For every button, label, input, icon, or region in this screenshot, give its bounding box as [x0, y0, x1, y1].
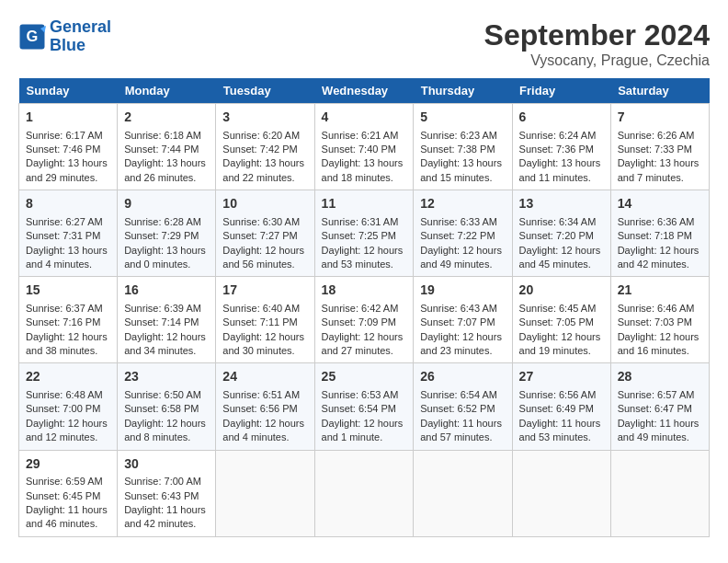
cell-info: and 1 minute.	[322, 431, 407, 444]
calendar-cell	[314, 450, 414, 536]
cell-info: Sunset: 7:25 PM	[322, 229, 407, 243]
cell-info: Daylight: 12 hours	[124, 417, 209, 431]
calendar-cell: 14Sunrise: 6:36 AMSunset: 7:18 PMDayligh…	[610, 190, 709, 277]
cell-info: Sunset: 7:42 PM	[222, 143, 307, 156]
calendar-cell: 24Sunrise: 6:51 AMSunset: 6:56 PMDayligh…	[216, 363, 314, 450]
cell-info: Daylight: 12 hours	[618, 330, 702, 344]
day-number: 11	[322, 195, 407, 213]
day-number: 3	[222, 109, 307, 127]
day-number: 30	[124, 455, 209, 474]
cell-info: Sunset: 6:49 PM	[519, 402, 604, 416]
cell-info: Sunset: 7:16 PM	[26, 316, 110, 329]
cell-info: Sunrise: 6:24 AM	[519, 129, 604, 143]
cell-info: Sunset: 7:22 PM	[420, 229, 505, 243]
cell-info: Sunrise: 6:57 AM	[618, 388, 702, 402]
cell-info: Daylight: 12 hours	[519, 330, 604, 344]
cell-info: Daylight: 12 hours	[222, 417, 307, 431]
cell-info: Sunset: 6:47 PM	[618, 402, 702, 416]
cell-info: and 45 minutes.	[519, 258, 604, 271]
cell-info: and 19 minutes.	[519, 344, 604, 358]
cell-info: Sunset: 7:29 PM	[124, 229, 209, 243]
calendar-cell: 13Sunrise: 6:34 AMSunset: 7:20 PMDayligh…	[512, 190, 610, 277]
cell-info: Sunrise: 6:18 AM	[124, 129, 209, 143]
calendar-cell: 28Sunrise: 6:57 AMSunset: 6:47 PMDayligh…	[610, 363, 709, 450]
cell-info: Sunset: 7:33 PM	[618, 143, 702, 156]
day-number: 12	[420, 195, 505, 213]
calendar-cell: 2Sunrise: 6:18 AMSunset: 7:44 PMDaylight…	[118, 104, 216, 190]
day-number: 10	[222, 195, 307, 213]
cell-info: Sunset: 6:58 PM	[124, 402, 209, 416]
cell-info: and 46 minutes.	[26, 517, 110, 531]
calendar-cell: 17Sunrise: 6:40 AMSunset: 7:11 PMDayligh…	[216, 277, 314, 363]
cell-info: Sunrise: 6:36 AM	[618, 215, 702, 229]
cell-info: Sunrise: 6:33 AM	[420, 215, 505, 229]
day-number: 24	[222, 368, 307, 386]
cell-info: Sunrise: 6:42 AM	[322, 302, 407, 316]
calendar-body: 1Sunrise: 6:17 AMSunset: 7:46 PMDaylight…	[19, 104, 710, 537]
cell-info: Daylight: 11 hours	[420, 417, 505, 431]
cell-info: Daylight: 12 hours	[519, 244, 604, 258]
day-number: 2	[124, 109, 209, 127]
cell-info: and 7 minutes.	[618, 171, 702, 185]
cell-info: Daylight: 11 hours	[519, 417, 604, 431]
cell-info: and 0 minutes.	[124, 258, 209, 271]
day-number: 22	[26, 368, 110, 386]
logo-line2: Blue	[50, 36, 85, 54]
cell-info: Daylight: 11 hours	[124, 503, 209, 517]
cell-info: Daylight: 13 hours	[222, 156, 307, 170]
calendar-cell: 30Sunrise: 7:00 AMSunset: 6:43 PMDayligh…	[118, 450, 216, 536]
cell-info: and 42 minutes.	[124, 517, 209, 531]
day-number: 15	[26, 282, 110, 300]
calendar-cell: 3Sunrise: 6:20 AMSunset: 7:42 PMDaylight…	[216, 104, 314, 190]
cell-info: Sunset: 7:46 PM	[26, 143, 110, 156]
cell-info: Daylight: 12 hours	[618, 244, 702, 258]
cell-info: Daylight: 13 hours	[124, 244, 209, 258]
day-number: 18	[322, 282, 407, 300]
calendar-cell: 10Sunrise: 6:30 AMSunset: 7:27 PMDayligh…	[216, 190, 314, 277]
cell-info: Sunset: 7:38 PM	[420, 143, 505, 156]
calendar-cell: 5Sunrise: 6:23 AMSunset: 7:38 PMDaylight…	[414, 104, 512, 190]
cell-info: Daylight: 12 hours	[124, 330, 209, 344]
day-header-saturday: Saturday	[610, 78, 709, 104]
cell-info: Sunrise: 6:46 AM	[618, 302, 702, 316]
cell-info: and 16 minutes.	[618, 344, 702, 358]
location: Vysocany, Prague, Czechia	[484, 52, 710, 69]
day-header-monday: Monday	[118, 78, 216, 104]
calendar-week-row: 1Sunrise: 6:17 AMSunset: 7:46 PMDaylight…	[19, 104, 710, 190]
cell-info: and 27 minutes.	[322, 344, 407, 358]
cell-info: and 26 minutes.	[124, 171, 209, 185]
cell-info: and 18 minutes.	[322, 171, 407, 185]
cell-info: Sunset: 7:11 PM	[222, 316, 307, 329]
cell-info: Sunrise: 6:43 AM	[420, 302, 505, 316]
cell-info: Sunrise: 6:54 AM	[420, 388, 505, 402]
cell-info: Sunrise: 6:51 AM	[222, 388, 307, 402]
cell-info: Daylight: 13 hours	[420, 156, 505, 170]
cell-info: and 42 minutes.	[618, 258, 702, 271]
cell-info: Daylight: 12 hours	[26, 417, 110, 431]
cell-info: Sunset: 7:07 PM	[420, 316, 505, 329]
calendar-cell: 4Sunrise: 6:21 AMSunset: 7:40 PMDaylight…	[314, 104, 414, 190]
title-block: September 2024 Vysocany, Prague, Czechia	[484, 18, 710, 69]
calendar-cell: 9Sunrise: 6:28 AMSunset: 7:29 PMDaylight…	[118, 190, 216, 277]
cell-info: Daylight: 12 hours	[420, 330, 505, 344]
day-number: 23	[124, 368, 209, 386]
cell-info: and 4 minutes.	[26, 258, 110, 271]
logo: G General Blue	[18, 18, 111, 55]
day-number: 19	[420, 282, 505, 300]
cell-info: and 15 minutes.	[420, 171, 505, 185]
cell-info: and 56 minutes.	[222, 258, 307, 271]
day-header-wednesday: Wednesday	[314, 78, 414, 104]
calendar-week-row: 8Sunrise: 6:27 AMSunset: 7:31 PMDaylight…	[19, 190, 710, 277]
day-number: 21	[618, 282, 702, 300]
calendar-cell	[512, 450, 610, 536]
cell-info: Daylight: 12 hours	[322, 330, 407, 344]
calendar-cell: 11Sunrise: 6:31 AMSunset: 7:25 PMDayligh…	[314, 190, 414, 277]
cell-info: Sunrise: 6:40 AM	[222, 302, 307, 316]
cell-info: Sunrise: 6:21 AM	[322, 129, 407, 143]
cell-info: Sunset: 7:40 PM	[322, 143, 407, 156]
day-number: 14	[618, 195, 702, 213]
calendar-cell: 18Sunrise: 6:42 AMSunset: 7:09 PMDayligh…	[314, 277, 414, 363]
calendar-cell: 15Sunrise: 6:37 AMSunset: 7:16 PMDayligh…	[19, 277, 118, 363]
cell-info: Sunset: 7:09 PM	[322, 316, 407, 329]
cell-info: Sunset: 7:05 PM	[519, 316, 604, 329]
